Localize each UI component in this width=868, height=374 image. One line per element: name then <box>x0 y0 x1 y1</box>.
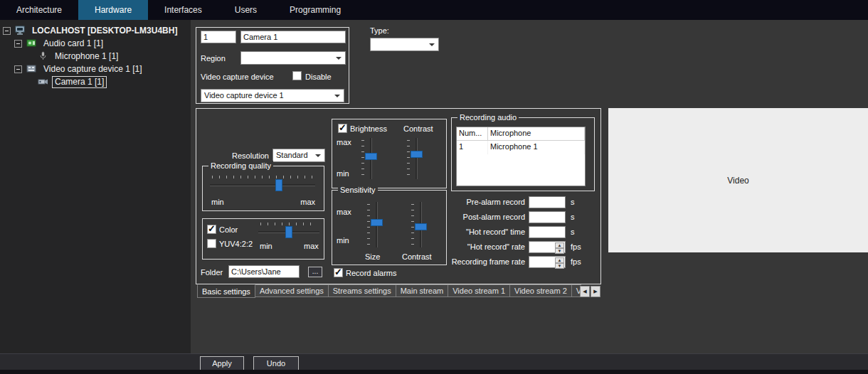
microphone-icon <box>37 51 49 61</box>
resolution-label: Resolution <box>225 151 269 160</box>
menu-item-hardware[interactable]: Hardware <box>78 0 148 20</box>
menu-item-architecture[interactable]: Architecture <box>0 0 78 20</box>
slider-ticks <box>212 176 313 178</box>
color-balance-slider[interactable] <box>257 222 321 239</box>
sensitivity-size-slider[interactable] <box>366 201 383 249</box>
menu-item-interfaces[interactable]: Interfaces <box>148 0 218 20</box>
browse-button[interactable]: ... <box>308 267 322 277</box>
slider-thumb[interactable] <box>411 151 423 158</box>
spin-up-button[interactable]: ▲ <box>555 242 564 248</box>
collapse-icon[interactable] <box>3 27 11 35</box>
brightness-slider[interactable] <box>361 137 378 181</box>
spin-down-button[interactable]: ▼ <box>555 263 564 269</box>
brightness-checkbox[interactable] <box>338 124 347 133</box>
color-group: Color YUV4:2:2 min max <box>202 218 324 260</box>
recording-frame-rate-spinner[interactable]: ▲▼ <box>529 256 566 268</box>
tab-video-stream-2[interactable]: Video stream 2 <box>510 284 572 297</box>
settings-tab-strip: Basic settings Advanced settings Streams… <box>197 284 581 298</box>
slider-track <box>210 184 315 186</box>
bottom-strip <box>0 370 868 374</box>
chevron-down-icon <box>334 95 340 97</box>
camera-name-input[interactable] <box>240 31 346 43</box>
table-header: Num... Microphone <box>457 127 585 141</box>
chevron-down-icon <box>429 43 435 46</box>
type-select[interactable] <box>370 38 439 51</box>
folder-input[interactable] <box>228 265 300 278</box>
recording-audio-title: Recording audio <box>457 112 519 122</box>
collapse-icon[interactable] <box>14 65 22 73</box>
spin-down-button[interactable]: ▼ <box>555 248 564 254</box>
column-header-microphone[interactable]: Microphone <box>488 127 585 140</box>
tree-item-microphone[interactable]: Microphone 1 [1] <box>0 50 191 63</box>
color-checkbox[interactable] <box>207 225 216 234</box>
resolution-select-value: Standard <box>276 150 313 161</box>
disable-checkbox[interactable] <box>292 71 302 80</box>
video-capture-icon <box>26 64 38 74</box>
undo-button[interactable]: Undo <box>253 356 299 370</box>
post-alarm-record-input[interactable] <box>529 211 566 223</box>
size-label: Size <box>365 252 380 261</box>
post-alarm-record-label: Post-alarm record <box>431 213 525 221</box>
tab-video-stream-1[interactable]: Video stream 1 <box>448 284 510 297</box>
table-row[interactable]: 1 Microphone 1 <box>457 141 585 154</box>
camera-number-input[interactable] <box>201 31 236 43</box>
record-alarms-checkbox[interactable] <box>334 268 343 277</box>
sensitivity-title: Sensitivity <box>338 185 378 195</box>
recording-frame-rate-label: Recording frame rate <box>431 257 525 266</box>
yuv-checkbox[interactable] <box>207 239 216 248</box>
min-label: min <box>260 242 272 250</box>
slider-thumb[interactable] <box>275 179 282 191</box>
hot-record-rate-unit: fps <box>571 242 581 251</box>
tree-item-audio-card[interactable]: Audio card 1 [1] <box>0 37 191 50</box>
region-label: Region <box>201 54 226 63</box>
recording-audio-table[interactable]: Num... Microphone 1 Microphone 1 <box>456 127 586 186</box>
tab-main-stream[interactable]: Main stream <box>396 284 449 297</box>
camera-identity-panel: Region Video capture device Disable Vide… <box>196 27 349 104</box>
hot-record-time-input[interactable] <box>529 226 566 238</box>
collapse-icon[interactable] <box>14 40 22 48</box>
spin-up-button[interactable]: ▲ <box>555 257 564 263</box>
tab-advanced-settings[interactable]: Advanced settings <box>255 284 329 297</box>
chevron-down-icon <box>315 154 321 157</box>
tab-streams-settings[interactable]: Streams settings <box>329 284 396 297</box>
tab-scroll-left-button[interactable]: ◀ <box>580 286 590 297</box>
slider-ticks <box>411 204 414 245</box>
pre-alarm-record-unit: s <box>571 198 575 206</box>
hot-record-rate-label: "Hot record" rate <box>431 242 525 251</box>
contrast-slider[interactable] <box>406 137 423 181</box>
spinner-buttons: ▲▼ <box>555 257 564 267</box>
slider-thumb[interactable] <box>365 153 377 160</box>
region-select[interactable] <box>240 51 346 65</box>
sensitivity-contrast-slider[interactable] <box>411 201 428 249</box>
tree-item-video-capture-device[interactable]: Video capture device 1 [1] <box>0 63 191 75</box>
slider-thumb[interactable] <box>415 223 427 230</box>
menu-item-programming[interactable]: Programming <box>273 0 357 20</box>
tree-item-label: Audio card 1 [1] <box>41 38 106 50</box>
slider-track <box>416 138 418 179</box>
tab-scroll-right-button[interactable]: ▶ <box>591 286 600 297</box>
tree-item-camera[interactable]: Camera 1 [1] <box>0 75 191 88</box>
hot-record-rate-spinner[interactable]: ▲▼ <box>529 241 566 253</box>
video-preview-label: Video <box>727 176 748 186</box>
type-label: Type: <box>370 26 389 35</box>
recording-quality-slider[interactable] <box>208 175 317 192</box>
post-alarm-record-unit: s <box>571 213 575 221</box>
resolution-select[interactable]: Standard <box>272 149 325 162</box>
capture-device-select[interactable]: Video capture device 1 <box>201 89 344 102</box>
min-label: min <box>211 198 224 206</box>
contrast-label: Contrast <box>402 252 432 261</box>
slider-ticks <box>367 204 370 245</box>
hot-record-time-unit: s <box>571 228 575 236</box>
recording-audio-group: Recording audio Num... Microphone 1 Micr… <box>451 117 595 191</box>
slider-thumb[interactable] <box>285 226 292 238</box>
record-alarms-label: Record alarms <box>346 269 397 277</box>
tree-item-label: Camera 1 [1] <box>52 76 107 88</box>
menu-item-users[interactable]: Users <box>218 0 273 20</box>
pre-alarm-record-input[interactable] <box>529 196 566 208</box>
video-preview: Video <box>608 108 868 252</box>
slider-thumb[interactable] <box>371 219 383 226</box>
tab-basic-settings[interactable]: Basic settings <box>197 284 255 298</box>
tree-item-localhost[interactable]: LOCALHOST [DESKTOP-LM3U4BH] <box>0 24 191 37</box>
apply-button[interactable]: Apply <box>200 356 244 370</box>
column-header-num[interactable]: Num... <box>457 127 488 140</box>
